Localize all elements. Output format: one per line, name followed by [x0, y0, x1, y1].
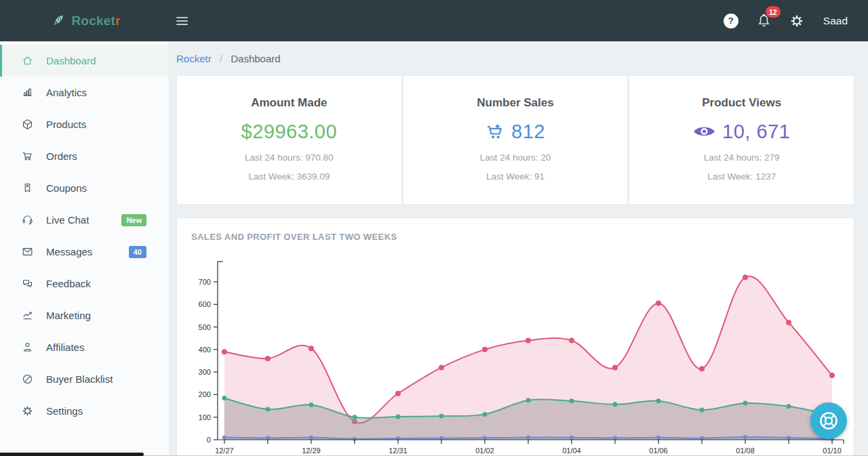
person-icon — [21, 341, 34, 354]
help-button[interactable]: ? — [724, 14, 738, 28]
svg-text:01/06: 01/06 — [649, 447, 667, 455]
sidebar-item-analytics[interactable]: Analytics — [0, 77, 169, 108]
cart-plus-icon — [486, 122, 505, 141]
stat-last-week: Last Week: 3639.09 — [177, 171, 401, 182]
eye-icon — [693, 124, 715, 139]
rocket-icon — [49, 12, 66, 30]
menu-toggle-button[interactable] — [172, 11, 192, 31]
sidebar-item-marketing[interactable]: Marketing — [0, 299, 169, 331]
settings-button[interactable] — [789, 14, 804, 28]
sidebar-item-affiliates[interactable]: Affiliates — [0, 331, 169, 363]
sidebar-item-label: Analytics — [46, 87, 87, 98]
breadcrumb-home-link[interactable]: Rocketr — [176, 53, 212, 64]
svg-text:12/27: 12/27 — [215, 447, 233, 455]
svg-text:01/02: 01/02 — [475, 447, 494, 455]
trend-icon — [21, 309, 34, 322]
headset-icon — [21, 213, 34, 226]
stat-last-24: Last 24 hours: 279 — [629, 152, 854, 163]
number-sales-value: 812 — [511, 121, 545, 143]
user-menu[interactable]: Saad — [822, 15, 848, 27]
app-root: Rocketr ? 12 — [0, 0, 868, 456]
support-fab-button[interactable] — [810, 402, 847, 439]
svg-text:300: 300 — [199, 368, 211, 376]
brand-name: Rocketr — [71, 14, 120, 28]
lifebuoy-icon — [818, 410, 840, 432]
notifications-button[interactable]: 12 — [756, 13, 772, 28]
bar-chart-icon — [21, 86, 34, 99]
navbar-right: ? 12 — [724, 13, 868, 28]
svg-text:200: 200 — [199, 390, 211, 398]
brand-name-suffix: r — [115, 14, 121, 28]
svg-text:0: 0 — [207, 436, 211, 444]
breadcrumb-current: Dashboard — [231, 53, 280, 64]
ban-icon — [21, 373, 34, 386]
main-content: Rocketr / Dashboard Amount Made $29963.0… — [170, 41, 868, 456]
top-navbar: Rocketr ? 12 — [0, 0, 868, 41]
stat-title: Product Views — [629, 96, 854, 110]
stat-card-product-views: Product Views 10, 671 Last 24 hours: 279… — [629, 75, 854, 205]
sidebar-item-products[interactable]: Products — [0, 108, 169, 140]
stat-last-24: Last 24 hours: 20 — [403, 152, 628, 163]
sidebar-item-label: Live Chat — [46, 214, 89, 226]
sidebar-item-label: Settings — [46, 405, 83, 417]
messages-count-badge: 40 — [129, 246, 146, 258]
stat-last-week: Last Week: 1237 — [629, 171, 854, 182]
amount-made-value: $29963.00 — [241, 121, 338, 143]
sidebar: Dashboard Analytics Products Orders Coup… — [0, 41, 170, 456]
stat-title: Number Sales — [403, 96, 628, 110]
product-views-value: 10, 671 — [722, 121, 790, 143]
stat-card-amount-made: Amount Made $29963.00 Last 24 hours: 970… — [176, 75, 402, 205]
stat-title: Amount Made — [177, 96, 401, 110]
svg-text:400: 400 — [199, 346, 211, 354]
sidebar-item-label: Orders — [46, 150, 77, 162]
svg-text:01/10: 01/10 — [823, 447, 841, 455]
stat-last-week: Last Week: 91 — [403, 171, 628, 182]
notification-count-badge: 12 — [766, 6, 781, 18]
help-icon: ? — [724, 14, 738, 28]
new-badge: New — [121, 214, 146, 226]
sidebar-item-label: Coupons — [46, 182, 87, 194]
sidebar-item-messages[interactable]: Messages 40 — [0, 236, 169, 268]
sidebar-item-dashboard[interactable]: Dashboard — [0, 45, 169, 77]
svg-text:01/08: 01/08 — [736, 447, 754, 455]
envelope-icon — [21, 245, 34, 258]
chat-bubbles-icon — [21, 277, 34, 290]
sidebar-item-label: Buyer Blacklist — [46, 373, 113, 385]
cart-icon — [21, 150, 34, 163]
svg-text:12/29: 12/29 — [302, 447, 320, 455]
sidebar-item-label: Feedback — [46, 278, 91, 289]
sales-profit-chart-card: SALES AND PROFIT OVER LAST TWO WEEKS 010… — [176, 217, 854, 456]
sales-profit-chart[interactable]: 010020030040050060070012/2712/2912/3101/… — [177, 258, 854, 456]
brand-name-primary: Rocket — [71, 14, 115, 28]
gear-icon — [789, 14, 804, 28]
svg-text:600: 600 — [199, 300, 211, 308]
svg-text:500: 500 — [199, 323, 211, 331]
sidebar-item-label: Products — [46, 119, 86, 130]
sidebar-item-orders[interactable]: Orders — [0, 140, 169, 172]
sidebar-item-feedback[interactable]: Feedback — [0, 268, 169, 299]
chart-title: SALES AND PROFIT OVER LAST TWO WEEKS — [177, 218, 854, 243]
sidebar-item-label: Dashboard — [46, 55, 96, 66]
svg-text:100: 100 — [199, 413, 211, 421]
breadcrumb: Rocketr / Dashboard — [176, 41, 854, 75]
sidebar-item-label: Marketing — [46, 310, 91, 321]
svg-text:01/04: 01/04 — [562, 447, 580, 455]
sidebar-item-buyer-blacklist[interactable]: Buyer Blacklist — [0, 363, 169, 395]
home-icon — [21, 54, 34, 67]
gear-icon — [21, 405, 34, 417]
window-bottom-bar — [0, 453, 144, 456]
svg-text:12/31: 12/31 — [389, 447, 407, 455]
stat-card-number-sales: Number Sales 812 Last 24 hours: 20 Last … — [403, 75, 629, 205]
sidebar-item-label: Messages — [46, 246, 92, 257]
sidebar-item-settings[interactable]: Settings — [0, 395, 169, 427]
sidebar-item-live-chat[interactable]: Live Chat New — [0, 204, 169, 236]
box-icon — [21, 118, 34, 131]
stats-row: Amount Made $29963.00 Last 24 hours: 970… — [176, 75, 854, 205]
svg-text:700: 700 — [199, 278, 211, 286]
sidebar-item-coupons[interactable]: Coupons — [0, 172, 169, 204]
brand-logo[interactable]: Rocketr — [0, 12, 170, 30]
stat-last-24: Last 24 hours: 970.80 — [177, 152, 401, 163]
coupon-icon — [21, 182, 34, 194]
sidebar-item-label: Affiliates — [46, 341, 84, 353]
breadcrumb-separator: / — [220, 53, 222, 64]
